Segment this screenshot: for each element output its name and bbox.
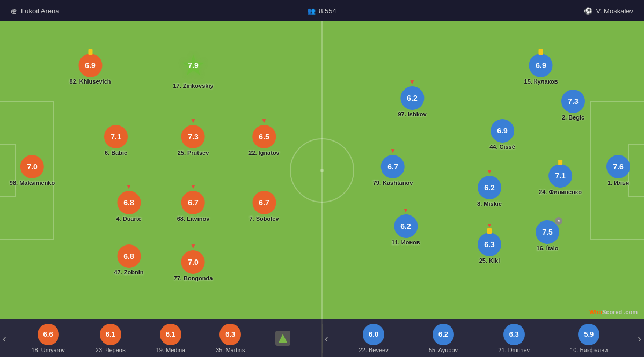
pitch: 7.0 98. Maksimenko 6.9 82. Khlusevich 7.… (0, 21, 644, 319)
player-maksimenko: 7.0 98. Maksimenko (10, 155, 55, 186)
player-duarte: ▼ 6.8 4. Duarte (116, 191, 141, 222)
player-khlusevich: 6.9 82. Khlusevich (69, 54, 111, 85)
referee-name: V. Moskalev (596, 7, 633, 15)
bench-chernov: 6.1 23. Чернов (96, 324, 126, 353)
bench-bikfalvi: 5.9 10. Бикфалви (570, 324, 608, 353)
player-sobolev: 6.7 7. Sobolev (249, 191, 279, 222)
away-bench: 6.0 22. Beveev 6.2 55. Ayupov 6.3 21. Dm… (322, 324, 644, 353)
player-litvinov: ▼ 6.7 68. Litvinov (177, 191, 210, 222)
player-filipenko: 7.1 24. Филипенко (539, 164, 582, 195)
player-babic: 7.1 6. Babic (104, 125, 128, 156)
bench-umyarov: 6.6 18. Umyarov (31, 324, 64, 353)
bench-medina: 6.1 19. Medina (156, 324, 185, 353)
attendance-icon: 👥 (307, 7, 316, 15)
player-ionov: ▼ 6.2 11. Ионов (391, 214, 420, 246)
player-ignatov: ▼ 6.5 22. Ignatov (248, 125, 279, 156)
bench-right-prev-arrow[interactable]: ‹ (325, 332, 328, 345)
venue-icon: 🏟 (11, 7, 18, 15)
player-zobnin: 6.8 47. Zobnin (114, 244, 144, 276)
bench-ayupov: 6.2 55. Ayupov (429, 324, 458, 353)
player-kiki: ▼ 6.3 25. Kiki (478, 233, 501, 264)
bench-beveev: 6.0 22. Beveev (359, 324, 389, 353)
player-cisse: 6.9 44. Cissé (489, 119, 515, 150)
bench-dmitriev: 6.3 21. Dmitriev (498, 324, 530, 353)
player-ilya: 7.6 1. Илья (606, 155, 630, 186)
venue-name: Lukoil Arena (21, 7, 60, 15)
attendance: 8,554 (319, 7, 336, 15)
bench-bar: ‹ 6.6 18. Umyarov 6.1 23. Чернов 6.1 19.… (0, 319, 644, 357)
player-ishkov: ▼ 6.2 97. Ishkov (398, 86, 426, 117)
player-prutsev: ▼ 7.3 25. Prutsev (178, 125, 209, 156)
bench-martins: 6.3 35. Martins (216, 324, 245, 353)
home-bench: 6.6 18. Umyarov 6.1 23. Чернов 6.1 19. M… (0, 324, 322, 353)
player-italo: c 7.5 16. Ítalo (536, 220, 559, 251)
bench-left-prev-arrow[interactable]: ‹ (3, 332, 6, 345)
top-bar: 🏟 Lukoil Arena 👥 8,554 ⚽ V. Moskalev (0, 0, 644, 21)
player-bongonda: ▼ 7.0 77. Bongonda (174, 250, 213, 281)
player-kashtanov: ▼ 6.7 79. Kashtanov (373, 155, 413, 186)
referee-icon: ⚽ (584, 7, 592, 15)
player-zinkovskiy: ★ 7.9 17. Zinkovskiy (173, 49, 213, 89)
svg-marker-0 (279, 334, 287, 343)
whoscored-badge: WhoScored .com (589, 309, 638, 315)
substitution-icon (275, 331, 290, 346)
bench-right-next-arrow[interactable]: › (638, 332, 641, 345)
player-kulakov: 6.9 15. Кулаков (524, 54, 558, 85)
player-miskic: ▼ 6.2 8. Miskic (477, 176, 502, 207)
player-begic: 7.3 2. Begic (561, 90, 585, 121)
